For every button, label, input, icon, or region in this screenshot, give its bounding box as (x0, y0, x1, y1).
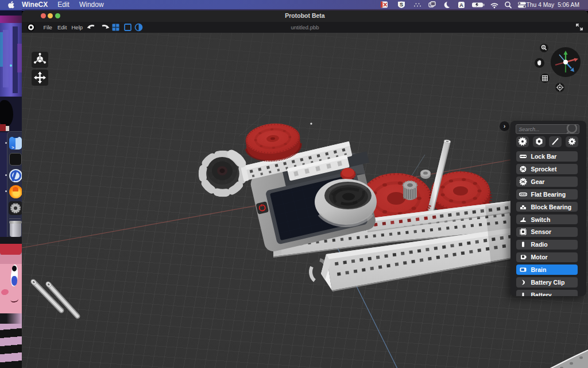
svg-text:A: A (459, 2, 463, 8)
svg-text:S: S (400, 2, 403, 7)
